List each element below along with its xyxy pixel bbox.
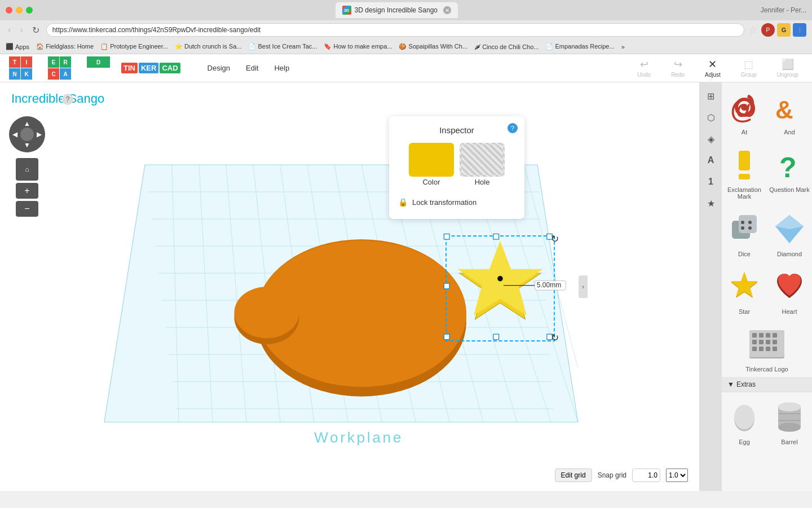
grid-view-button[interactable]: ⊞ [702,87,720,105]
and-label: And [784,129,795,135]
redo-icon: ↪ [674,58,682,71]
logo-d: D [87,56,110,68]
tinkercad-logo[interactable]: T I N K [9,56,32,80]
barrel-thumb [769,397,810,437]
svg-rect-44 [759,333,764,338]
svg-text:@: @ [730,94,757,124]
extras-grid: Egg [722,392,812,450]
edit-grid-button[interactable]: Edit grid [555,468,592,482]
bookmark-dutch[interactable]: ⭐ Dutch crunch is Sa... [175,43,242,50]
shape-at[interactable]: @ At [722,82,767,140]
bookmark-prototype[interactable]: 📋 Prototype Engineer... [100,43,168,50]
svg-rect-52 [759,347,764,351]
shape-star[interactable]: Star [722,262,767,319]
forward-button[interactable]: › [17,24,25,36]
traffic-lights [6,7,33,14]
at-label: At [742,129,747,135]
bookmark-more[interactable]: » [621,43,625,50]
hole-option-wrapper: Hole [460,143,505,186]
inspector-help-button[interactable]: ? [508,123,518,133]
menu-help[interactable]: Help [267,60,296,76]
menu-edit[interactable]: Edit [239,60,265,76]
shape-exclamation[interactable]: Exclamation Mark [722,140,767,204]
bookmark-apps[interactable]: ⬛ Apps [6,43,29,50]
shape-tinkercad-logo[interactable]: Tinkercad Logo [722,319,812,377]
shape-diamond[interactable]: Diamond [767,204,812,262]
number-button[interactable]: 1 [702,173,720,191]
tab-title: 3D design Incredible Sango [355,6,438,14]
home-view-button[interactable]: ⌂ [16,158,38,181]
bookmark-empanadas2[interactable]: 📄 Empanadas Recipe... [545,43,614,50]
dice-label: Dice [738,251,751,257]
tab-close-button[interactable]: ✕ [443,6,451,14]
zoom-out-button[interactable]: − [16,201,38,217]
bookmark-star[interactable]: ☆ [749,25,757,36]
hex-view-button[interactable]: ◈ [702,130,720,148]
compass-control[interactable]: ▲ ▼ ◀ ▶ [9,116,45,152]
cube-view-button[interactable]: ⬡ [702,108,720,126]
close-button[interactable] [6,7,12,14]
refresh-button[interactable]: ↻ [30,24,42,37]
minimize-button[interactable] [16,7,23,14]
title-bar: 3D 3D design Incredible Sango ✕ Jennifer… [0,0,812,20]
menu-design[interactable]: Design [201,60,237,76]
shape-dice[interactable]: Dice [722,204,767,262]
color-option[interactable] [409,143,454,177]
extras-section-header[interactable]: ▼ Extras [722,377,812,392]
svg-rect-43 [752,333,757,338]
handle-ml[interactable] [444,283,449,289]
shape-heart[interactable]: Heart [767,262,812,319]
exclamation-thumb [724,144,765,185]
extension-icon-1[interactable]: G [777,23,791,37]
letter-button[interactable]: A [702,151,720,169]
handle-tl[interactable] [444,234,449,239]
help-button[interactable]: ? [62,94,73,105]
address-input[interactable] [46,23,744,37]
svg-point-33 [741,221,744,224]
svg-rect-47 [752,340,757,344]
canvas-area[interactable]: Incredible Sango ? ▲ ▼ ◀ ▶ ⌂ + − [0,82,699,491]
app-container: T I N K E R C A D TIN KER CAD Design Edi… [0,54,812,491]
hole-option[interactable] [460,143,505,177]
extras-chevron: ▼ [727,380,734,388]
undo-button[interactable]: ↩ Undo [633,56,655,80]
svg-point-60 [778,402,801,411]
bookmark-fieldglass[interactable]: 🏠 Fieldglass: Home [36,43,94,50]
redo-button[interactable]: ↪ Redo [667,56,689,80]
maximize-button[interactable] [26,7,33,14]
favorites-button[interactable]: ★ [702,194,720,212]
shape-and[interactable]: & And [767,82,812,140]
right-sidebar-container: ⊞ ⬡ ◈ A 1 ★ [699,82,812,491]
egg-label: Egg [739,439,750,445]
group-button[interactable]: ⬚ Group [736,56,761,80]
rotate-br[interactable]: ↻ [551,332,559,343]
ungroup-icon: ⬜ [782,58,794,71]
shape-egg[interactable]: Egg [722,392,767,450]
shape-question[interactable]: ? Question Mark [767,140,812,204]
ungroup-button[interactable]: ⬜ Ungroup [773,56,803,80]
adjust-icon: ✕ [708,58,717,71]
adjust-button[interactable]: ✕ Adjust [700,56,725,80]
bookmark-empanadas[interactable]: 🔖 How to make empa... [324,43,392,50]
adjust-label: Adjust [705,72,721,78]
logo-i: I [21,56,32,68]
bookmark-icecream[interactable]: 📄 Best Ice Cream Tac... [248,43,317,50]
bookmark-sopaipillas[interactable]: 🍪 Sopaipillas With Ch... [399,43,467,50]
snap-grid-input[interactable] [632,468,660,482]
toolbar: ↩ Undo ↪ Redo ✕ Adjust ⬚ Group ⬜ Ungroup [633,56,803,80]
zoom-in-button[interactable]: + [16,183,38,199]
collapse-sidebar-button[interactable]: › [579,275,588,298]
handle-tm[interactable] [493,234,499,239]
extension-icon-2[interactable]: ⋮ [793,23,806,37]
pinterest-icon[interactable]: P [761,23,775,37]
bookmark-cinco[interactable]: 🌶 Cinco de Chili Cho... [474,43,539,50]
handle-bl[interactable] [444,334,449,340]
lock-icon: 🔒 [398,198,408,207]
back-button[interactable]: ‹ [6,24,13,36]
extras-label: Extras [736,380,756,388]
handle-bm[interactable] [493,334,499,340]
snap-grid-select[interactable]: 1.0 0.5 2.0 [666,468,688,482]
shape-barrel[interactable]: Barrel [767,392,812,450]
rotate-tr[interactable]: ↻ [551,234,559,244]
browser-tab[interactable]: 3D 3D design Incredible Sango ✕ [336,2,458,18]
